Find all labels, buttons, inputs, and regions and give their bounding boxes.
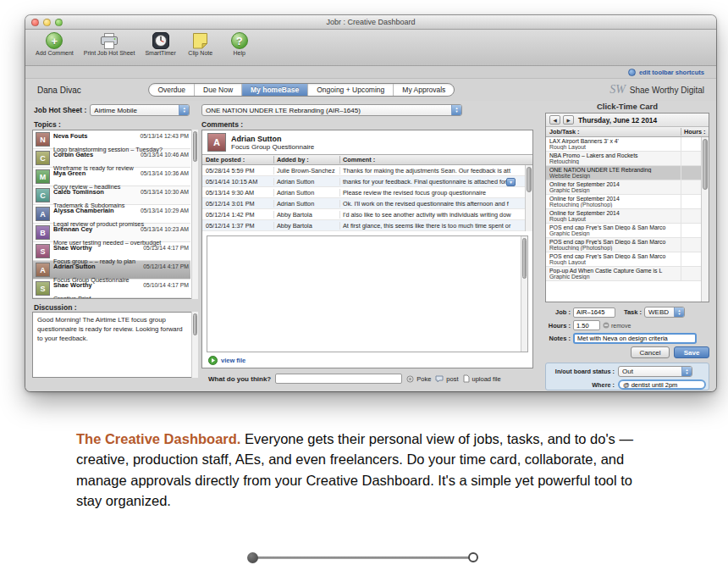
- time-card-row[interactable]: Pop-up Ad When Castle Capture Game is L …: [546, 267, 701, 281]
- preview-scrollbar[interactable]: [521, 236, 527, 352]
- pager-dot-inactive[interactable]: [468, 552, 478, 562]
- select-stepper-icon: ▲▼: [179, 105, 189, 115]
- view-file-link[interactable]: view file: [208, 356, 245, 365]
- job-select[interactable]: ONE NATION UNDER LTE Rebranding (AIR–164…: [201, 104, 462, 116]
- time-card-task: Rough Layout: [549, 216, 679, 222]
- edit-toolbar-shortcuts-link[interactable]: edit toolbar shortcuts: [639, 69, 704, 76]
- comment-row[interactable]: 05/12/14 1:37 PM Abby Bartola At first g…: [202, 220, 525, 231]
- add-comment-button[interactable]: + Add Comment: [36, 32, 74, 56]
- zoom-window-button[interactable]: [55, 19, 63, 26]
- prev-day-button[interactable]: ◀: [549, 115, 560, 125]
- upload-file-button[interactable]: upload file: [463, 374, 501, 383]
- where-field[interactable]: [618, 379, 706, 390]
- compose-input[interactable]: [275, 374, 402, 384]
- topic-item[interactable]: S Shae Worthy 05/13/14 4:17 PM Focus gro…: [33, 242, 190, 261]
- client-select-value: Airtime Mobile: [94, 107, 176, 114]
- time-card-row[interactable]: Online for September 2014 Rough Layout: [546, 209, 701, 224]
- topic-item[interactable]: S Shae Worthy 05/10/14 4:17 PM Creative …: [33, 280, 190, 298]
- topics-scrollbar[interactable]: [191, 130, 198, 299]
- tab[interactable]: My Approvals: [394, 84, 454, 96]
- comment-menu-button[interactable]: ▼: [506, 178, 516, 186]
- avatar: N: [36, 132, 50, 147]
- column-date-posted[interactable]: Date posted :: [202, 156, 273, 163]
- close-window-button[interactable]: [31, 19, 39, 26]
- time-card-task: Rough Layout: [549, 144, 679, 150]
- comment-row[interactable]: 05/28/14 5:59 PM Julie Brown-Sanchez Tha…: [202, 165, 525, 176]
- time-card-row[interactable]: POS end cap Frye's San Diego & San Marco…: [546, 224, 701, 238]
- comment-text: Thanks for making the adjustments Sean. …: [339, 167, 525, 174]
- discussion-label: Discussion :: [34, 303, 77, 312]
- time-card-row[interactable]: NBA Promo – Lakers and Rockets Retouchin…: [546, 152, 701, 166]
- tab[interactable]: Overdue: [149, 84, 195, 96]
- minimize-window-button[interactable]: [43, 19, 51, 26]
- topic-author: Alyssa Chamberlain: [53, 207, 114, 214]
- job-field-label: Job :: [545, 308, 571, 316]
- poke-button[interactable]: Poke: [406, 375, 431, 383]
- notes-field[interactable]: [573, 333, 697, 344]
- next-day-button[interactable]: ▶: [563, 115, 574, 125]
- select-stepper-icon: ▲▼: [451, 105, 461, 115]
- help-button[interactable]: ? Help: [225, 32, 254, 56]
- board-status-select[interactable]: Out ▲▼: [618, 366, 692, 377]
- time-card-row[interactable]: ONE NATION UNDER LTE Rebranding Website …: [546, 166, 701, 180]
- topic-item[interactable]: C Caleb Tomlinson 05/13/14 10:30 AM Trad…: [33, 186, 190, 205]
- remove-entry-link[interactable]: remove: [603, 322, 631, 329]
- tab[interactable]: Due Now: [195, 84, 242, 96]
- comment-row[interactable]: 05/12/14 1:42 PM Abby Bartola I'd also l…: [202, 209, 525, 220]
- time-card-panel: ◀ ▶ Thursday, June 12 2014 Job/Task : Ho…: [545, 113, 709, 302]
- comments-scrollbar[interactable]: [525, 165, 532, 231]
- topic-item[interactable]: B Brennan Cey 05/13/14 10:23 AM More use…: [33, 224, 190, 242]
- add-comment-icon: +: [46, 32, 63, 49]
- time-card-hours: [681, 166, 701, 180]
- pager-dot-active[interactable]: [247, 552, 258, 563]
- title-bar[interactable]: Jobr : Creative Dashboard: [25, 15, 716, 30]
- print-job-hot-sheet-button[interactable]: Print Job Hot Sheet: [84, 32, 135, 56]
- tab[interactable]: My homeBase: [242, 84, 308, 96]
- time-card-row[interactable]: POS end cap Frye's San Diego & San Marco…: [546, 238, 701, 252]
- time-card-row[interactable]: Online for September 2014 Retouching (Ph…: [546, 195, 701, 209]
- hours-field[interactable]: [573, 320, 600, 330]
- time-card-row[interactable]: LAX Airport Banners 3' x 4' Rough Layout: [546, 137, 701, 152]
- comment-author: Adrian Sutton: [273, 189, 339, 197]
- column-comment[interactable]: Comment :: [339, 156, 532, 163]
- current-user-name: Dana Divac: [37, 86, 81, 95]
- comment-row[interactable]: 05/13/14 9:30 AM Adrian Sutton Please re…: [202, 187, 525, 198]
- save-button[interactable]: Save: [674, 346, 709, 358]
- job-field[interactable]: [573, 307, 615, 318]
- comment-text: I'd also like to see another activity wi…: [339, 211, 525, 219]
- cancel-button[interactable]: Cancel: [631, 346, 670, 358]
- time-card-row[interactable]: Online for September 2014 Graphic Design: [546, 180, 701, 195]
- comment-text: At first glance, this seems like there i…: [339, 222, 525, 230]
- topic-item[interactable]: C Corbin Gates 05/13/14 10:46 AM Wirefra…: [33, 149, 190, 168]
- topic-author: Caleb Tomlinson: [53, 188, 104, 196]
- time-card-scrollbar[interactable]: [701, 137, 709, 302]
- hours-field-label: Hours :: [545, 322, 571, 330]
- brand-abbr: SW: [609, 83, 626, 97]
- comment-row[interactable]: 05/14/14 10:15 AM Adrian Sutton thanks f…: [202, 176, 525, 187]
- discussion-scrollbar[interactable]: [191, 312, 198, 378]
- column-hours[interactable]: Hours :: [681, 128, 709, 136]
- time-card-job: ONE NATION UNDER LTE Rebranding: [549, 167, 679, 173]
- column-added-by[interactable]: Added by :: [273, 156, 339, 163]
- smarttimer-button[interactable]: SmartTimer: [145, 32, 175, 56]
- select-stepper-icon: ▲▼: [681, 367, 692, 376]
- column-job-task[interactable]: Job/Task :: [546, 128, 681, 136]
- topic-item[interactable]: A Alyssa Chamberlain 05/13/14 10:29 AM L…: [33, 205, 190, 224]
- toolbar-label: Clip Note: [188, 50, 212, 56]
- tab[interactable]: Ongoing + Upcoming: [308, 84, 394, 96]
- topic-item[interactable]: N Neva Fouts 05/13/14 12:43 PM Logo brai…: [33, 130, 190, 149]
- time-card-row[interactable]: POS end cap Frye's San Diego & San Marco…: [546, 252, 701, 267]
- topic-item[interactable]: M Mya Green 05/13/14 10:36 AM Copy revie…: [33, 168, 190, 186]
- avatar: C: [36, 151, 50, 165]
- comment-text: thanks for your feedback. Final question…: [339, 178, 525, 186]
- time-card-hours: [681, 224, 701, 237]
- time-card-task: Graphic Design: [549, 187, 679, 193]
- comment-date: 05/12/14 1:37 PM: [202, 222, 273, 230]
- job-select-value: ONE NATION UNDER LTE Rebranding (AIR–164…: [206, 107, 449, 114]
- comment-row[interactable]: 05/12/14 3:01 PM Adrian Sutton Ok. I'll …: [202, 198, 525, 209]
- post-button[interactable]: post: [435, 375, 458, 383]
- task-select[interactable]: WEBD ▲▼: [644, 307, 685, 318]
- clip-note-button[interactable]: Clip Note: [186, 32, 215, 56]
- client-select[interactable]: Airtime Mobile ▲▼: [90, 104, 190, 116]
- topic-item[interactable]: A Adrian Sutton 05/12/14 4:17 PM Focus G…: [33, 261, 190, 280]
